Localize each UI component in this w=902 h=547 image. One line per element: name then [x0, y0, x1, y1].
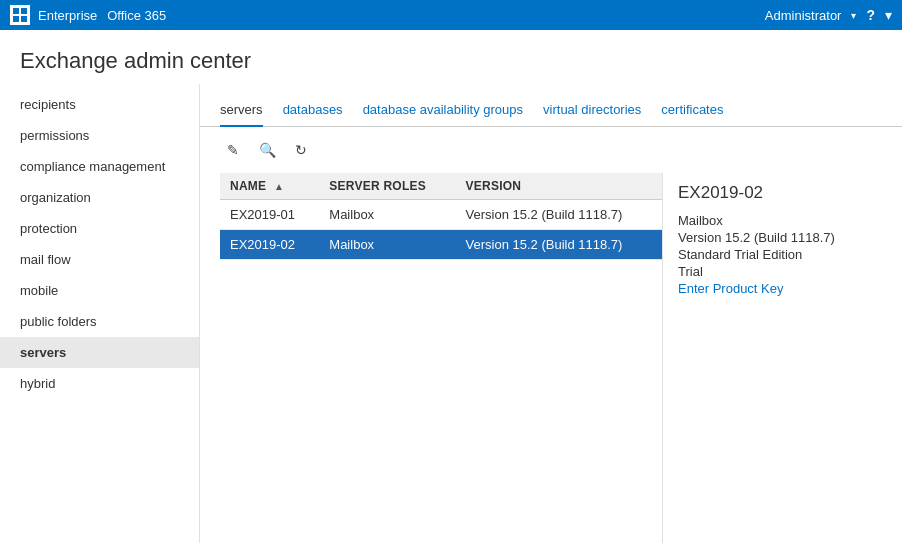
admin-name[interactable]: Administrator	[765, 8, 842, 23]
tab-certificates[interactable]: certificates	[661, 96, 723, 127]
content-area: NAME ▲ SERVER ROLES VERSION EX2019-01Mai…	[200, 173, 902, 543]
tabs-bar: serversdatabasesdatabase availability gr…	[200, 84, 902, 127]
table-area: NAME ▲ SERVER ROLES VERSION EX2019-01Mai…	[220, 173, 662, 543]
table-body: EX2019-01MailboxVersion 15.2 (Build 1118…	[220, 200, 662, 260]
cell-server-roles: Mailbox	[319, 200, 455, 230]
admin-area: Administrator ▾ ? ▾	[765, 7, 892, 23]
table-row[interactable]: EX2019-01MailboxVersion 15.2 (Build 1118…	[220, 200, 662, 230]
search-button[interactable]: 🔍	[254, 137, 280, 163]
refresh-button[interactable]: ↻	[288, 137, 314, 163]
tab-databases[interactable]: databases	[283, 96, 343, 127]
col-version: VERSION	[456, 173, 662, 200]
sidebar: recipientspermissionscompliance manageme…	[0, 84, 200, 543]
sidebar-item-mail-flow[interactable]: mail flow	[0, 244, 199, 275]
sidebar-item-public-folders[interactable]: public folders	[0, 306, 199, 337]
tab-virtual-directories[interactable]: virtual directories	[543, 96, 641, 127]
detail-pane: EX2019-02 Mailbox Version 15.2 (Build 11…	[662, 173, 882, 543]
cell-version: Version 15.2 (Build 1118.7)	[456, 230, 662, 260]
sidebar-item-hybrid[interactable]: hybrid	[0, 368, 199, 399]
sidebar-item-protection[interactable]: protection	[0, 213, 199, 244]
tab-database-availability-groups[interactable]: database availability groups	[363, 96, 523, 127]
enter-product-key-link[interactable]: Enter Product Key	[678, 281, 784, 296]
table-row[interactable]: EX2019-02MailboxVersion 15.2 (Build 1118…	[220, 230, 662, 260]
page-header: Exchange admin center	[0, 30, 902, 84]
nav-o365[interactable]: Office 365	[107, 8, 166, 23]
nav-enterprise[interactable]: Enterprise	[38, 8, 97, 23]
more-icon[interactable]: ▾	[885, 7, 892, 23]
svg-rect-1	[21, 8, 27, 14]
svg-rect-0	[13, 8, 19, 14]
sidebar-item-organization[interactable]: organization	[0, 182, 199, 213]
app-icon	[10, 5, 30, 25]
page-title: Exchange admin center	[20, 48, 882, 74]
sort-arrow-name: ▲	[274, 181, 284, 192]
sidebar-item-mobile[interactable]: mobile	[0, 275, 199, 306]
tab-servers[interactable]: servers	[220, 96, 263, 127]
table-header: NAME ▲ SERVER ROLES VERSION	[220, 173, 662, 200]
sidebar-item-recipients[interactable]: recipients	[0, 89, 199, 120]
admin-caret[interactable]: ▾	[851, 10, 856, 21]
edit-button[interactable]: ✎	[220, 137, 246, 163]
detail-title: EX2019-02	[678, 183, 867, 203]
cell-name: EX2019-02	[220, 230, 319, 260]
cell-version: Version 15.2 (Build 1118.7)	[456, 200, 662, 230]
col-name: NAME ▲	[220, 173, 319, 200]
toolbar: ✎ 🔍 ↻	[200, 127, 902, 173]
sidebar-item-permissions[interactable]: permissions	[0, 120, 199, 151]
main-content: serversdatabasesdatabase availability gr…	[200, 84, 902, 543]
detail-line-3: Standard Trial Edition	[678, 247, 867, 262]
cell-name: EX2019-01	[220, 200, 319, 230]
svg-rect-2	[13, 16, 19, 22]
detail-line-4: Trial	[678, 264, 867, 279]
topbar: Enterprise Office 365 Administrator ▾ ? …	[0, 0, 902, 30]
detail-line-2: Version 15.2 (Build 1118.7)	[678, 230, 867, 245]
layout: recipientspermissionscompliance manageme…	[0, 84, 902, 543]
sidebar-item-servers[interactable]: servers	[0, 337, 199, 368]
detail-line-1: Mailbox	[678, 213, 867, 228]
svg-rect-3	[21, 16, 27, 22]
cell-server-roles: Mailbox	[319, 230, 455, 260]
col-server-roles: SERVER ROLES	[319, 173, 455, 200]
help-icon[interactable]: ?	[866, 7, 875, 23]
sidebar-item-compliance-management[interactable]: compliance management	[0, 151, 199, 182]
servers-table: NAME ▲ SERVER ROLES VERSION EX2019-01Mai…	[220, 173, 662, 260]
